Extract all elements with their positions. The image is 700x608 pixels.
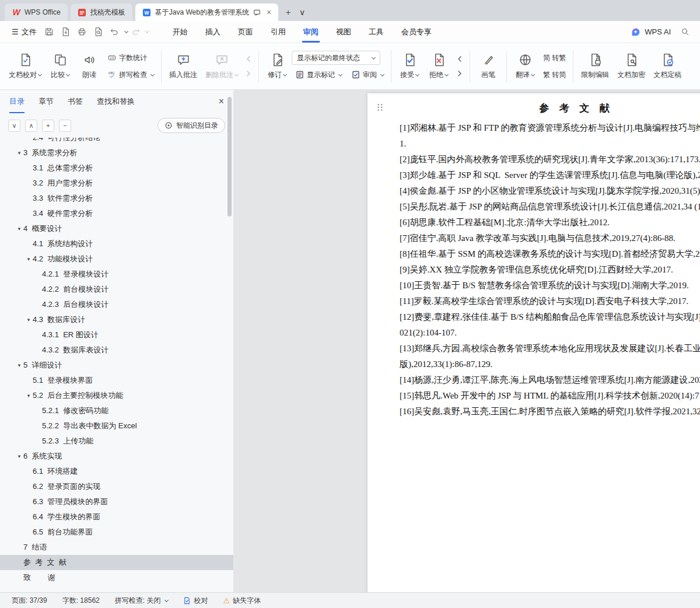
menu-item-membership[interactable]: 会员专享	[393, 21, 440, 43]
toc-item[interactable]: 5.1 登录模块界面	[0, 373, 233, 388]
toc-item[interactable]: 4.1 系统结构设计	[0, 236, 233, 251]
toc-item[interactable]: 5.2.2 导出表中数据为 Excel	[0, 418, 233, 434]
toc-item[interactable]: 3.1 总体需求分析	[0, 160, 233, 176]
compare-button[interactable]: 比较	[46, 47, 75, 86]
track-changes-button[interactable]: 修订	[262, 47, 292, 86]
page-indicator[interactable]: 页面: 37/39	[12, 596, 47, 606]
spellcheck-indicator[interactable]: 拼写检查: 关闭	[115, 596, 169, 606]
toc-item[interactable]: 5.2.3 上传功能	[0, 434, 233, 449]
sidebar-tab-find-replace[interactable]: 查找和替换	[97, 90, 135, 113]
toc-item[interactable]: 4.2.2 前台模块设计	[0, 282, 233, 297]
next-comment-button[interactable]	[242, 68, 255, 79]
insert-comment-button[interactable]: 插入批注	[165, 47, 201, 86]
toc-item[interactable]: 6.5 前台功能界面	[0, 525, 233, 540]
menu-item-insert[interactable]: 插入	[197, 21, 229, 43]
paragraph-drag-handle-icon[interactable]	[377, 103, 383, 114]
undo-dropdown-caret-icon[interactable]	[124, 29, 128, 33]
tab-template-doc[interactable]: 找稿壳模板	[71, 4, 132, 21]
missing-font-warning[interactable]: ⚠ 缺失字体	[223, 596, 261, 606]
toc-item[interactable]: ▾ 4.3 数据库设计	[0, 312, 233, 327]
show-markup-button[interactable]: 显示标记	[292, 68, 345, 82]
accept-change-button[interactable]: 接受	[395, 47, 424, 86]
toc-item[interactable]: 3.4 硬件需求分析	[0, 206, 233, 221]
menu-item-tools[interactable]: 工具	[360, 21, 393, 43]
expand-all-button[interactable]: ∧	[25, 120, 37, 132]
toc-item[interactable]: 7 结语	[0, 540, 233, 555]
toc-item[interactable]: ▾ 5 详细设计	[0, 358, 233, 373]
previous-comment-button[interactable]	[242, 53, 255, 65]
toc-item[interactable]: 5.2.1 修改密码功能	[0, 403, 233, 418]
close-tab-icon[interactable]: ×	[267, 8, 271, 17]
to-traditional-button[interactable]: 简 转繁	[540, 51, 569, 65]
zoom-in-button[interactable]: +	[42, 120, 54, 132]
finalize-document-button[interactable]: 文档定稿	[649, 47, 685, 86]
print-preview-button[interactable]	[91, 25, 106, 40]
toc-item[interactable]: 6.3 管理员模块的界面	[0, 494, 233, 509]
toc-item[interactable]: 6.4 学生模块的界面	[0, 509, 233, 525]
toc-item[interactable]: ▾ 5.2 后台主要控制模块功能	[0, 388, 233, 403]
tab-current-document[interactable]: W 基于Java Web的教务管理系统 ×	[135, 4, 278, 21]
menu-item-references[interactable]: 引用	[262, 21, 295, 43]
toc-item[interactable]: 4.3.2 数据库表设计	[0, 343, 233, 358]
redo-button[interactable]	[128, 25, 144, 40]
delete-comment-button[interactable]: 删除批注	[201, 47, 242, 86]
proofread-status[interactable]: 校对	[183, 596, 208, 606]
toc-item[interactable]: 4.2.1 登录模块设计	[0, 267, 233, 282]
chevron-expanded-icon[interactable]: ▾	[15, 150, 23, 156]
sidebar-tab-chapters[interactable]: 章节	[38, 90, 54, 113]
toc-item[interactable]: 3.2 用户需求分析	[0, 176, 233, 191]
chevron-expanded-icon[interactable]: ▾	[15, 362, 23, 368]
previous-change-button[interactable]	[453, 53, 466, 65]
print-button[interactable]	[75, 25, 90, 40]
translate-button[interactable]: 翻译	[510, 47, 540, 86]
encrypt-document-button[interactable]: 文档加密	[613, 47, 649, 86]
proofread-button[interactable]: 文档校对	[5, 47, 46, 86]
toc-item[interactable]: 3.3 软件需求分析	[0, 191, 233, 206]
toc-item[interactable]: 4.2.3 后台模块设计	[0, 297, 233, 312]
chevron-expanded-icon[interactable]: ▾	[15, 226, 23, 232]
read-aloud-button[interactable]: 朗读	[75, 47, 104, 86]
reject-change-button[interactable]: 拒绝	[424, 47, 453, 86]
undo-button[interactable]	[107, 25, 123, 40]
toc-item[interactable]: 6.2 登录页面的实现	[0, 479, 233, 494]
chevron-expanded-icon[interactable]: ▾	[15, 453, 23, 459]
smart-toc-button[interactable]: 智能识别目录	[158, 118, 225, 133]
toc-item[interactable]: 参 考 文 献	[0, 555, 233, 570]
comment-bubble-icon[interactable]	[253, 8, 262, 17]
review-pane-button[interactable]: 审阅	[348, 68, 387, 82]
menu-item-page[interactable]: 页面	[229, 21, 262, 43]
wps-ai-button[interactable]: WPS AI	[631, 27, 671, 37]
search-button[interactable]	[677, 25, 692, 40]
menu-item-review[interactable]: 审阅	[295, 21, 327, 43]
toc-item[interactable]: 致 谢	[0, 570, 233, 585]
toc-item[interactable]: ▾ 6 系统实现	[0, 449, 233, 464]
toc-item[interactable]: 6.1 环境搭建	[0, 464, 233, 479]
file-menu-button[interactable]: ☰ 文件	[7, 25, 41, 40]
word-count-button[interactable]: 123 字数统计	[104, 51, 158, 65]
chevron-expanded-icon[interactable]: ▾	[24, 317, 33, 323]
toc-item[interactable]: 2.4 可行性分析结论	[0, 138, 233, 145]
to-simplified-button[interactable]: 繁 转简	[540, 68, 569, 82]
zoom-out-button[interactable]: −	[59, 120, 71, 132]
toc-item[interactable]: ▾ 4.2 功能模块设计	[0, 251, 233, 267]
chevron-expanded-icon[interactable]: ▾	[24, 256, 33, 262]
next-change-button[interactable]	[453, 68, 466, 79]
restrict-editing-button[interactable]: 限制编辑	[577, 47, 613, 86]
close-sidebar-icon[interactable]: ×	[219, 90, 224, 113]
document-page[interactable]: 参 考 文 献 [1]邓湘林.基于 JSP 和 FTP 的教育资源管理系统分析与…	[368, 93, 700, 592]
menu-item-view[interactable]: 视图	[327, 21, 360, 43]
menu-item-home[interactable]: 开始	[164, 21, 197, 43]
toc-item[interactable]: 4.3.1 ER 图设计	[0, 327, 233, 343]
document-area[interactable]: 参 考 文 献 [1]邓湘林.基于 JSP 和 FTP 的教育资源管理系统分析与…	[233, 90, 700, 592]
tab-list-button[interactable]: ∨	[295, 5, 309, 19]
toc-item[interactable]: ▾ 4 概要设计	[0, 221, 233, 236]
sidebar-scrollbar[interactable]	[228, 97, 232, 216]
chevron-expanded-icon[interactable]: ▾	[24, 393, 33, 399]
export-pdf-button[interactable]	[58, 25, 74, 40]
ink-brush-button[interactable]: 画笔	[474, 47, 503, 86]
tab-wps-office[interactable]: W WPS Office	[5, 4, 68, 21]
markup-state-select[interactable]: 显示标记的最终状态	[292, 51, 380, 65]
save-button[interactable]	[42, 25, 57, 40]
sidebar-tab-contents[interactable]: 目录	[9, 90, 24, 113]
toc-item[interactable]: ▾ 3 系统需求分析	[0, 145, 233, 160]
